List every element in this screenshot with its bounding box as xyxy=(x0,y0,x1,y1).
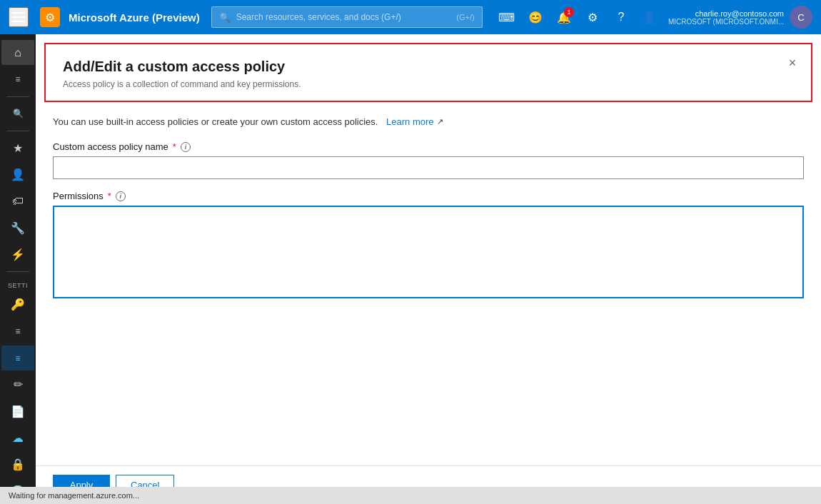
sidebar-item-dashboard[interactable]: ≡ xyxy=(1,66,34,91)
settings-gear-icon: ⚙ xyxy=(588,11,598,24)
home-icon: ⌂ xyxy=(14,46,21,59)
sidebar-item-keyvault[interactable]: 🔧 xyxy=(1,216,34,241)
panel-close-button[interactable]: × xyxy=(782,53,802,73)
help-button[interactable]: ? xyxy=(608,4,634,30)
dashboard-icon: ≡ xyxy=(15,74,20,84)
assignments-icon: ≡ xyxy=(15,326,20,336)
sidebar-item-assignments[interactable]: ≡ xyxy=(1,319,34,344)
alerts-icon: ⚡ xyxy=(11,248,25,261)
cloud-shell-icon: ⌨ xyxy=(498,11,515,24)
permissions-label: Permissions * i xyxy=(53,191,804,201)
edit-icon: ✏ xyxy=(14,378,23,391)
panel-title: Add/Edit a custom access policy xyxy=(63,59,794,75)
right-area: Add/Edit a custom access policy Access p… xyxy=(36,34,821,504)
external-link-icon: ↗ xyxy=(437,117,443,126)
config-icon: 📄 xyxy=(11,405,25,418)
info-text-paragraph: You can use built-in access policies or … xyxy=(53,116,804,127)
sidebar-item-locks[interactable]: 🔒 xyxy=(1,452,34,477)
search-input[interactable] xyxy=(236,12,451,22)
policy-name-label: Custom access policy name * i xyxy=(53,141,804,152)
user-tenant: MICROSOFT (MICROSOFT.ONMI... xyxy=(668,18,784,26)
notifications-button[interactable]: 🔔 1 xyxy=(551,4,577,30)
feedback-button[interactable]: 😊 xyxy=(523,4,548,30)
custom-policies-icon: ≡ xyxy=(15,353,20,363)
tags-icon: 🏷 xyxy=(12,195,24,208)
cloud-shell-button[interactable]: ⌨ xyxy=(494,4,520,30)
directory-button[interactable]: 👤 xyxy=(637,4,663,30)
notification-badge: 1 xyxy=(564,7,574,17)
required-star-permissions: * xyxy=(108,191,111,201)
sidebar: ⌂ ≡ 🔍 ★ 👤 🏷 🔧 ⚡ Setti 🔑 ≡ xyxy=(0,34,36,504)
panel-header: Add/Edit a custom access policy Access p… xyxy=(44,43,812,102)
app-title: Microsoft Azure (Preview) xyxy=(69,11,200,24)
sidebar-item-tags[interactable]: 🏷 xyxy=(1,188,34,213)
lock-icon: 🔒 xyxy=(11,458,25,471)
permissions-field: Permissions * i xyxy=(53,191,804,301)
policy-name-field: Custom access policy name * i xyxy=(53,141,804,179)
user-info: charlie.roy@contoso.com MICROSOFT (MICRO… xyxy=(668,9,784,26)
sidebar-item-config[interactable]: 📄 xyxy=(1,399,34,424)
sidebar-item-search[interactable]: 🔍 xyxy=(1,101,34,126)
topbar: ⚙ Microsoft Azure (Preview) 🔍 (G+/) ⌨ 😊 … xyxy=(0,0,821,34)
sidebar-item-access-keys[interactable]: 🔑 xyxy=(1,292,34,317)
statusbar: Waiting for management.azure.com... xyxy=(0,487,821,504)
info-description: You can use built-in access policies or … xyxy=(53,116,378,127)
users-icon: 👤 xyxy=(11,168,25,181)
sidebar-divider-2 xyxy=(6,131,29,131)
search-nav-icon: 🔍 xyxy=(13,109,24,119)
settings-button[interactable]: ⚙ xyxy=(580,4,605,30)
sidebar-item-edit[interactable]: ✏ xyxy=(1,372,34,397)
main-layout: ⌂ ≡ 🔍 ★ 👤 🏷 🔧 ⚡ Setti 🔑 ≡ xyxy=(0,34,821,504)
permissions-info-icon[interactable]: i xyxy=(116,191,126,201)
directory-icon: 👤 xyxy=(643,11,657,24)
favorites-icon: ★ xyxy=(13,141,23,155)
user-avatar: C xyxy=(790,6,812,29)
required-star-name: * xyxy=(173,141,176,152)
topbar-actions: ⌨ 😊 🔔 1 ⚙ ? 👤 charlie.roy@contoso.com MI… xyxy=(494,4,812,30)
panel-container: Add/Edit a custom access policy Access p… xyxy=(36,34,821,504)
keyvault-icon: 🔧 xyxy=(11,221,25,235)
sidebar-item-users[interactable]: 👤 xyxy=(1,162,34,187)
sidebar-item-home[interactable]: ⌂ xyxy=(1,40,34,65)
permissions-textarea[interactable] xyxy=(53,206,804,298)
sidebar-divider-3 xyxy=(6,271,29,272)
azure-logo-icon: ⚙ xyxy=(40,7,60,27)
sidebar-item-custom-policies[interactable]: ≡ xyxy=(1,346,34,371)
learn-more-link[interactable]: Learn more xyxy=(386,116,433,127)
statusbar-text: Waiting for management.azure.com... xyxy=(9,491,139,500)
search-bar[interactable]: 🔍 (G+/) xyxy=(211,6,483,28)
feedback-icon: 😊 xyxy=(528,11,543,24)
help-icon: ? xyxy=(618,11,625,24)
sidebar-divider-1 xyxy=(6,96,29,97)
hamburger-button[interactable] xyxy=(9,7,29,27)
panel-body: You can use built-in access policies or … xyxy=(36,102,821,465)
sidebar-item-alerts[interactable]: ⚡ xyxy=(1,242,34,267)
user-section[interactable]: charlie.roy@contoso.com MICROSOFT (MICRO… xyxy=(668,6,812,29)
search-shortcut: (G+/) xyxy=(456,13,474,21)
search-icon: 🔍 xyxy=(219,12,231,23)
panel-subtitle: Access policy is a collection of command… xyxy=(63,79,794,89)
policy-name-info-icon[interactable]: i xyxy=(181,142,191,152)
settings-section-label: Setti xyxy=(0,282,36,289)
cloud-icon: ☁ xyxy=(12,431,24,445)
sidebar-item-favorites[interactable]: ★ xyxy=(1,136,34,161)
key-icon: 🔑 xyxy=(11,298,25,311)
user-email: charlie.roy@contoso.com xyxy=(668,9,784,18)
policy-name-input[interactable] xyxy=(53,156,804,179)
sidebar-item-deploy[interactable]: ☁ xyxy=(1,425,34,450)
